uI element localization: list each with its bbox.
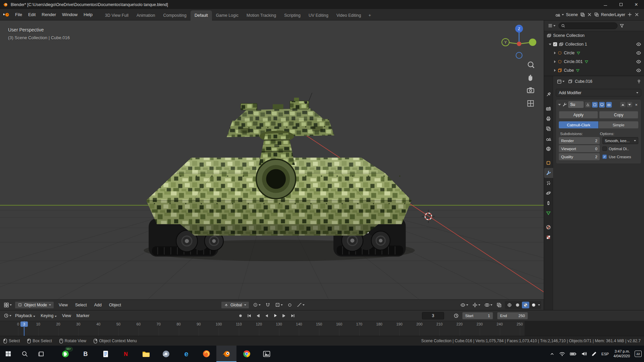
properties-tab-tool[interactable] [544, 89, 553, 100]
mode-dropdown[interactable]: Object Mode [15, 301, 54, 309]
modifier-move-down-button[interactable] [627, 102, 632, 107]
optimal-display-checkbox[interactable] [602, 146, 607, 151]
use-creases-checkbox[interactable]: ✓ [602, 155, 607, 159]
jump-to-start-button[interactable] [246, 312, 253, 319]
viewport-menu-select[interactable]: Select [72, 301, 90, 309]
modifier-delete-button[interactable]: × [634, 102, 639, 107]
battery-icon[interactable] [568, 346, 579, 362]
properties-tab-world[interactable] [544, 144, 553, 154]
add-workspace-button[interactable]: + [365, 10, 374, 20]
next-keyframe-button[interactable] [280, 312, 288, 319]
workspace-tab-motion-tracking[interactable]: Motion Tracking [243, 10, 280, 20]
current-frame-field[interactable]: 3 [422, 312, 444, 319]
start-button[interactable] [0, 346, 16, 362]
viewport-menu-object[interactable]: Object [106, 301, 124, 309]
play-button[interactable] [272, 312, 279, 319]
gizmo-z-negative[interactable] [516, 52, 522, 58]
viewport-menu-add[interactable]: Add [92, 301, 104, 309]
object-visibility-dropdown[interactable] [459, 302, 469, 308]
gizmo-x-axis[interactable] [517, 42, 521, 46]
xray-toggle-icon[interactable] [495, 302, 503, 308]
pivot-point-dropdown[interactable] [252, 302, 262, 308]
start-frame-field[interactable]: Start 1 [462, 312, 493, 319]
title-bar[interactable]: Blender* [C:\Users\diego\OneDrive\Docume… [0, 0, 644, 9]
viewport-canvas[interactable]: Z Y [0, 20, 544, 299]
overlays-dropdown[interactable] [483, 302, 493, 308]
menu-file[interactable]: File [12, 11, 25, 18]
modifier-name-field[interactable]: Su [568, 101, 584, 108]
modifier-realtime-toggle[interactable] [599, 102, 605, 108]
taskbar-search-button[interactable] [16, 346, 33, 362]
scene-selector[interactable] [555, 12, 564, 17]
outliner-search-input[interactable] [558, 22, 618, 29]
apply-button[interactable]: Apply [559, 111, 598, 119]
properties-tab-render[interactable] [544, 104, 553, 114]
timeline-menu-keying[interactable]: Keying [38, 312, 59, 319]
taskbar-generic-app[interactable] [156, 346, 176, 362]
eye-visibility-icon[interactable] [636, 42, 641, 47]
blender-menu-icon[interactable] [3, 12, 10, 18]
shading-solid-button[interactable] [514, 302, 521, 308]
workspace-tab-compositing[interactable]: Compositing [159, 10, 191, 20]
properties-tab-view-layer[interactable] [544, 124, 553, 134]
modifier-move-up-button[interactable] [620, 102, 626, 107]
delete-scene-icon[interactable] [587, 12, 592, 17]
quality-field[interactable]: Quality 2 [559, 153, 600, 160]
menu-edit[interactable]: Edit [25, 11, 39, 18]
taskbar-b-app[interactable]: B [75, 346, 96, 362]
previous-keyframe-button[interactable] [254, 312, 262, 319]
properties-tab-object[interactable] [544, 158, 553, 168]
modifier-editmode-toggle[interactable] [592, 102, 598, 108]
pen-icon[interactable] [589, 346, 599, 362]
workspace-tab-uv-editing[interactable]: UV Editing [305, 10, 332, 20]
filter-icon[interactable] [620, 23, 624, 28]
workspace-tab-game-logic[interactable]: Game Logic [212, 10, 243, 20]
properties-tab-texture[interactable] [544, 232, 553, 242]
snap-magnet-icon[interactable] [264, 302, 271, 308]
shading-options-dropdown[interactable] [538, 304, 540, 306]
collection-checkbox[interactable]: ✓ [553, 42, 557, 46]
eye-visibility-icon[interactable] [636, 59, 641, 64]
close-button[interactable]: ✕ [629, 0, 644, 9]
jump-to-end-button[interactable] [289, 312, 297, 319]
proportional-editing-icon[interactable] [286, 302, 293, 308]
workspace-tab-3d-view-full[interactable]: 3D View Full [101, 10, 132, 20]
taskbar-document-app[interactable] [96, 346, 116, 362]
show-gizmo-dropdown[interactable] [471, 302, 481, 308]
taskbar-firefox-browser[interactable] [196, 346, 216, 362]
transform-orientation-dropdown[interactable]: Global [221, 301, 249, 309]
add-modifier-dropdown[interactable]: Add Modifier [556, 89, 641, 97]
language-indicator[interactable]: ESP [599, 346, 611, 362]
editor-type-button[interactable] [3, 302, 13, 308]
properties-tab-material[interactable] [544, 222, 553, 232]
outliner-row-circle-001[interactable]: Circle.001 [544, 57, 644, 66]
pin-icon[interactable] [637, 79, 641, 84]
viewport-menu-view[interactable]: View [56, 301, 70, 309]
speaker-icon[interactable] [579, 346, 589, 362]
taskbar-chrome-browser[interactable] [236, 346, 257, 362]
taskbar-edge-browser[interactable]: e [176, 346, 196, 362]
modifier-cage-toggle[interactable] [585, 102, 591, 108]
new-layer-icon[interactable] [627, 12, 632, 17]
shading-wireframe-button[interactable] [506, 302, 513, 308]
taskbar-file-explorer[interactable] [136, 346, 156, 362]
timeline-menu-view[interactable]: View [59, 312, 74, 319]
delete-layer-icon[interactable] [634, 12, 639, 17]
outliner-row-circle[interactable]: Circle [544, 49, 644, 57]
modifier-expand-icon[interactable] [558, 104, 561, 106]
record-button[interactable] [237, 312, 244, 319]
object-expand-icon[interactable] [554, 69, 556, 72]
task-view-button[interactable] [33, 346, 49, 362]
outliner-editor-type-button[interactable] [547, 22, 556, 29]
outliner-row-collection-1[interactable]: ✓ Collection 1 [544, 40, 644, 49]
menu-window[interactable]: Window [59, 11, 80, 18]
workspace-tab-video-editing[interactable]: Video Editing [332, 10, 365, 20]
properties-editor-type-button[interactable] [556, 78, 566, 85]
gizmo-y-positive[interactable] [529, 39, 536, 46]
3d-scene[interactable]: Z Y [0, 20, 544, 299]
properties-tab-particles[interactable] [544, 178, 553, 188]
shading-rendered-button[interactable] [530, 302, 537, 308]
properties-tab-object-data[interactable] [544, 208, 553, 218]
minimize-button[interactable] [598, 0, 613, 9]
preview-range-clock-icon[interactable] [453, 313, 459, 318]
